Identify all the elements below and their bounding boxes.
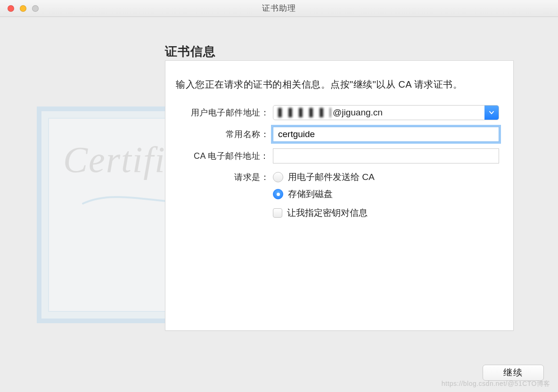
radio-icon xyxy=(273,172,283,182)
label-user-email: 用户电子邮件地址： xyxy=(176,107,269,118)
option-email-ca[interactable]: 用电子邮件发送给 CA xyxy=(273,171,499,183)
option-keypair-label: 让我指定密钥对信息 xyxy=(287,207,368,219)
label-ca-email: CA 电子邮件地址： xyxy=(176,150,269,162)
row-ca-email: CA 电子邮件地址： xyxy=(176,148,499,163)
label-request: 请求是： xyxy=(176,170,269,183)
content-area: Certificate 证书信息 输入您正在请求的证书的相关信息。点按"继续"以… xyxy=(0,17,558,392)
window-title: 证书助理 xyxy=(0,3,558,14)
user-email-suffix: @jiguang.cn xyxy=(333,107,383,118)
option-save-disk-label: 存储到磁盘 xyxy=(288,188,333,200)
traffic-lights xyxy=(8,5,39,12)
minimize-window-button[interactable] xyxy=(20,5,26,12)
footer: 继续 xyxy=(483,365,544,381)
continue-button[interactable]: 继续 xyxy=(483,365,544,381)
obscured-text xyxy=(278,108,331,117)
option-email-ca-label: 用电子邮件发送给 CA xyxy=(288,171,375,183)
user-email-value: @jiguang.cn xyxy=(273,106,484,120)
chevron-down-icon xyxy=(488,109,495,116)
intro-text: 输入您正在请求的证书的相关信息。点按"继续"以从 CA 请求证书。 xyxy=(176,77,499,92)
ca-email-input[interactable] xyxy=(273,148,499,163)
watermark: https://blog.csdn.net/@51CTO博客 xyxy=(442,380,550,388)
close-window-button[interactable] xyxy=(8,5,14,12)
row-common-name: 常用名称： xyxy=(176,127,499,142)
page-heading: 证书信息 xyxy=(165,43,216,60)
row-user-email: 用户电子邮件地址： @jiguang.cn xyxy=(176,105,499,120)
common-name-input[interactable] xyxy=(273,127,499,142)
option-keypair[interactable]: 让我指定密钥对信息 xyxy=(273,207,499,219)
zoom-window-button[interactable] xyxy=(32,5,39,12)
form-panel: 输入您正在请求的证书的相关信息。点按"继续"以从 CA 请求证书。 用户电子邮件… xyxy=(165,60,514,331)
label-common-name: 常用名称： xyxy=(176,129,269,140)
user-email-combo[interactable]: @jiguang.cn xyxy=(273,105,499,120)
titlebar: 证书助理 xyxy=(0,0,558,17)
request-options: 用电子邮件发送给 CA 存储到磁盘 让我指定密钥对信息 xyxy=(273,170,499,219)
combo-arrow-button[interactable] xyxy=(484,106,499,120)
row-request: 请求是： 用电子邮件发送给 CA 存储到磁盘 让我指定密钥对信息 xyxy=(176,170,499,219)
option-save-disk[interactable]: 存储到磁盘 xyxy=(273,188,499,200)
radio-checked-icon xyxy=(273,189,283,199)
checkbox-icon xyxy=(273,208,282,218)
